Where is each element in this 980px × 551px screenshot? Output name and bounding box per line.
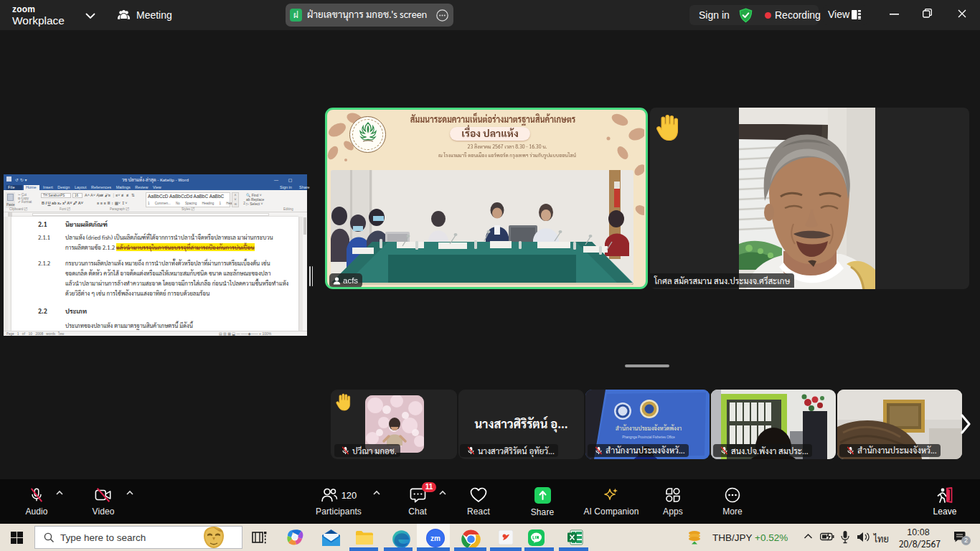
svg-text:สำนักงานประมงจังหวัดพังงา: สำนักงานประมงจังหวัดพังงา — [616, 424, 682, 432]
svg-text:zm: zm — [430, 534, 440, 542]
svg-text:Phangnga Provincial Fisheries: Phangnga Provincial Fisheries Office — [622, 435, 675, 439]
